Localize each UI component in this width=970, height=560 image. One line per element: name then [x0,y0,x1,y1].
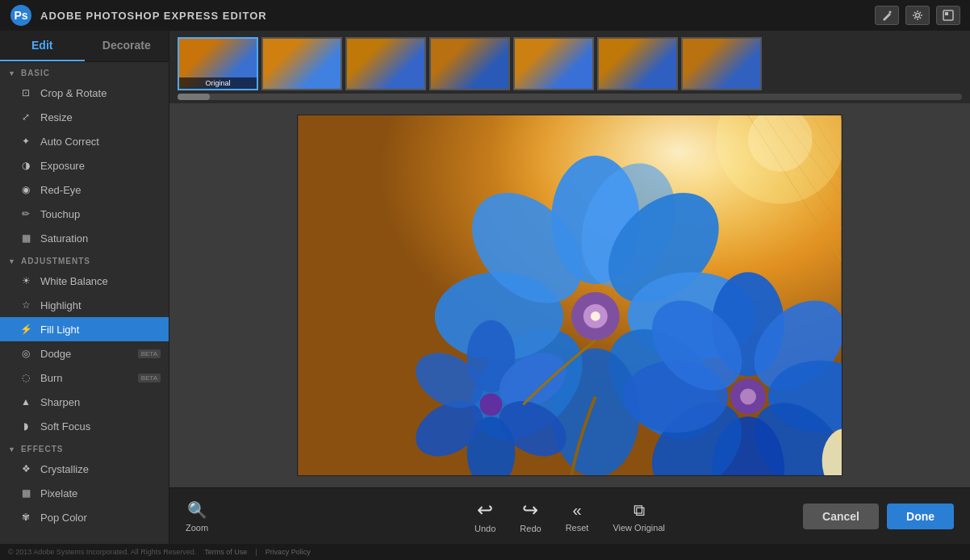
sidebar-item-white-balance-label: White Balance [40,275,108,287]
toolbar-left: Zoom [186,499,475,533]
svg-point-2 [889,11,892,14]
sidebar-item-auto-correct-label: Auto Correct [40,136,99,148]
sidebar-item-auto-correct[interactable]: Auto Correct [0,129,169,153]
sidebar-item-pop-color[interactable]: Pop Color [0,505,169,529]
redo-label: Redo [520,524,541,533]
toolbar-center: Undo Redo Reset View Original [475,499,665,533]
reset-button[interactable]: Reset [566,499,589,533]
crop-icon [18,86,34,99]
film-strip-scrollbar-thumb[interactable] [178,94,210,100]
sidebar-item-crystallize-label: Crystallize [40,463,89,475]
section-adjustments-arrow: ▼ [8,257,16,265]
sidebar-item-saturation[interactable]: Saturation [0,226,169,250]
footer-copyright: © 2013 Adobe Systems Incorporated. All R… [8,548,196,556]
view-original-button[interactable]: View Original [613,499,665,533]
sidebar-item-pop-color-label: Pop Color [40,512,87,524]
thumb-5-art [515,39,592,89]
saturation-icon [18,232,34,244]
film-thumb-7[interactable] [681,37,762,90]
undo-button[interactable]: Undo [475,499,495,533]
film-thumb-4[interactable] [429,37,510,90]
sidebar-item-crystallize[interactable]: Crystallize [0,457,169,481]
sidebar-item-soft-focus-label: Soft Focus [40,420,90,433]
sidebar-item-white-balance[interactable]: White Balance [0,269,169,293]
film-thumb-3[interactable] [345,37,426,90]
sidebar-item-pixelate[interactable]: Pixelate [0,481,169,505]
sidebar-item-highlight[interactable]: Highlight [0,293,169,317]
title-bar: Ps ADOBE PHOTOSHOP EXPRESS EDITOR [0,0,970,31]
dodge-badge: BETA [138,349,161,358]
sidebar-item-exposure[interactable]: Exposure [0,153,169,178]
sidebar-item-red-eye[interactable]: Red-Eye [0,178,169,202]
section-basic-header[interactable]: ▼ BASIC [0,62,169,81]
thumb-4-art [431,39,508,89]
film-strip-images: Original [178,37,962,90]
sidebar-item-fill-light[interactable]: Fill Light [0,317,169,341]
wand-icon-btn[interactable] [875,6,899,25]
burn-badge: BETA [138,374,161,382]
svg-point-3 [916,14,920,18]
section-effects-arrow: ▼ [8,445,16,453]
expand-icon-btn[interactable] [936,6,960,25]
film-thumb-2[interactable] [261,37,342,90]
undo-label: Undo [475,524,495,533]
film-thumb-5[interactable] [513,37,594,90]
done-button[interactable]: Done [887,504,954,529]
touchup-icon [18,207,34,220]
sidebar-item-touchup[interactable]: Touchup [0,202,169,226]
svg-rect-5 [945,12,948,15]
zoom-icon [187,499,207,520]
section-effects-header[interactable]: ▼ EFFECTS [0,438,169,457]
reset-label: Reset [566,523,589,533]
sidebar-item-resize[interactable]: Resize [0,105,169,129]
view-original-icon [633,499,645,520]
film-thumb-original[interactable]: Original [178,37,258,90]
sidebar-item-red-eye-label: Red-Eye [40,184,82,196]
sidebar-item-sharpen[interactable]: Sharpen [0,390,169,414]
sidebar-item-pixelate-label: Pixelate [40,487,77,499]
section-basic-arrow: ▼ [8,69,16,77]
sidebar-item-crop-rotate[interactable]: Crop & Rotate [0,81,169,105]
tab-edit[interactable]: Edit [0,31,85,61]
wand-icon [881,10,893,21]
auto-icon [18,135,34,148]
zoom-button[interactable]: Zoom [186,499,208,533]
sidebar-item-exposure-label: Exposure [40,160,85,172]
app-title: ADOBE PHOTOSHOP EXPRESS EDITOR [40,10,875,22]
thumb-6-art [599,39,676,89]
sidebar-item-soft-focus[interactable]: Soft Focus [0,414,169,438]
sidebar-item-resize-label: Resize [40,111,73,123]
sidebar-tabs: Edit Decorate [0,31,169,62]
redo-button[interactable]: Redo [520,499,541,533]
cancel-button[interactable]: Cancel [803,504,879,529]
section-adjustments-header[interactable]: ▼ ADJUSTMENTS [0,250,169,269]
redo-icon [522,499,538,521]
bottom-toolbar: Zoom Undo Redo Reset View Orig [169,487,970,544]
sidebar: Edit Decorate ▼ BASIC Crop & Rotate Resi… [0,31,169,544]
fill-icon [18,323,34,336]
thumb-7-art [683,39,760,89]
footer-privacy-link[interactable]: Privacy Policy [265,548,311,556]
sidebar-scroll[interactable]: ▼ BASIC Crop & Rotate Resize Auto Correc… [0,62,169,544]
film-strip-scrollbar[interactable] [178,94,962,100]
gear-icon-btn[interactable] [905,6,930,25]
svg-point-24 [591,311,600,321]
section-basic-label: BASIC [21,69,50,77]
title-bar-actions [875,6,960,25]
sidebar-item-burn[interactable]: Burn BETA [0,366,169,390]
softfocus-icon [18,420,34,433]
sidebar-item-dodge[interactable]: Dodge BETA [0,341,169,366]
gear-icon [912,10,923,21]
sidebar-item-saturation-label: Saturation [40,232,88,244]
main-image [297,115,842,476]
footer-terms-link[interactable]: Terms of Use [204,548,247,556]
sharpen-icon [18,395,34,408]
footer-divider: | [255,548,257,556]
tab-decorate[interactable]: Decorate [85,31,169,61]
section-adjustments-label: ADJUSTMENTS [21,257,90,265]
content-area: Original [169,31,970,544]
film-thumb-6[interactable] [597,37,678,90]
redeye-icon [18,183,34,196]
zoom-label: Zoom [186,523,208,533]
svg-point-41 [480,393,503,416]
